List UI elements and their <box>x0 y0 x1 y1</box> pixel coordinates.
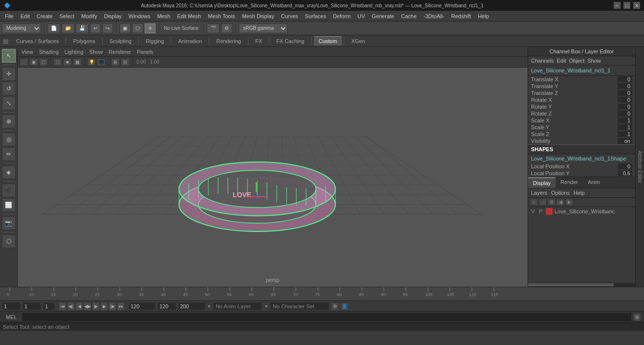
frame-range-display[interactable] <box>43 302 55 310</box>
command-input[interactable] <box>22 313 631 321</box>
menu-item-mesh[interactable]: Mesh <box>154 12 173 20</box>
tab-animation[interactable]: Animation <box>173 37 207 46</box>
cb-menu-object[interactable]: Object <box>569 58 584 64</box>
select-tool-btn[interactable]: ↖ <box>2 49 16 63</box>
layer-add-btn[interactable]: + <box>530 199 538 206</box>
dra-tab-render[interactable]: Render <box>555 177 583 188</box>
vp-menu-renderer[interactable]: Renderer <box>107 49 133 55</box>
vp-isolate-btn[interactable]: ◉ <box>29 58 38 66</box>
layer-menu-options[interactable]: Options <box>551 190 570 196</box>
tab-rigging[interactable]: Rigging <box>141 37 169 46</box>
tab-curves-surfaces[interactable]: Curves / Surfaces <box>11 37 64 46</box>
layer-row[interactable]: V P Love_Silicone_Wristbanc <box>528 207 635 216</box>
camera-btn[interactable]: 📷 <box>2 216 16 230</box>
menu-item-windows[interactable]: Windows <box>126 12 154 20</box>
attribute-editor-panel[interactable]: Attribute Editor <box>635 47 644 287</box>
vp-menu-show[interactable]: Show <box>88 49 105 55</box>
move-tool-btn[interactable]: ✛ <box>2 67 16 81</box>
step-fwd-btn[interactable]: ▶ <box>100 302 108 311</box>
soft-mod-btn[interactable]: ◎ <box>2 133 16 146</box>
layer-menu-layers[interactable]: Layers <box>531 190 547 196</box>
menu-item-curves[interactable]: Curves <box>278 12 301 20</box>
close-button[interactable]: ✕ <box>633 2 640 9</box>
select-btn[interactable]: ▣ <box>119 23 131 33</box>
menu-item-redshift[interactable]: Redshift <box>448 12 474 20</box>
dra-tab-anim[interactable]: Anim <box>583 177 605 188</box>
menu-item-help[interactable]: Help <box>475 12 492 20</box>
show-manip-btn[interactable]: ◈ <box>2 165 16 179</box>
menu-item-cache[interactable]: Cache <box>398 12 420 20</box>
char-settings-btn[interactable]: 👤 <box>341 302 349 310</box>
rotate-tool-btn[interactable]: ↺ <box>2 82 16 95</box>
current-frame-input[interactable]: 1 <box>157 302 176 310</box>
minimize-button[interactable]: ─ <box>614 2 621 9</box>
prev-key-btn[interactable]: ◀| <box>67 302 75 311</box>
status-icon-btn[interactable]: ⊞ <box>633 313 641 321</box>
render-btn[interactable]: 🎬 <box>207 23 220 33</box>
goto-start-btn[interactable]: ⏮ <box>59 302 67 311</box>
play-fwd-btn[interactable]: ▶ <box>92 302 100 311</box>
layer-left-btn[interactable]: ◀ <box>556 199 564 206</box>
new-file-btn[interactable]: 📄 <box>47 23 60 33</box>
snap-grid-btn[interactable]: ⬛ <box>2 184 16 197</box>
tab-sculpting[interactable]: Sculpting <box>105 37 136 46</box>
menu-item-mesh-tools[interactable]: Mesh Tools <box>205 12 238 20</box>
anim-settings-btn[interactable]: ⚙ <box>331 302 339 310</box>
tab-polygons[interactable]: Polygons <box>68 37 100 46</box>
viewport-canvas[interactable]: LOVE X Y Z persp <box>18 68 528 287</box>
mode-dropdown[interactable]: Modeling <box>2 23 41 33</box>
char-set-field[interactable]: No Character Set <box>270 302 329 310</box>
current-time-start[interactable]: 1 <box>2 302 21 310</box>
vp-shadow-btn[interactable]: 🌑 <box>97 58 106 66</box>
menu-item-edit-mesh[interactable]: Edit Mesh <box>174 12 204 20</box>
save-btn[interactable]: 💾 <box>76 23 89 33</box>
vp-wire-shade-btn[interactable]: ▦ <box>73 58 82 66</box>
menu-item-deform[interactable]: Deform <box>330 12 354 20</box>
vp-smooth-btn[interactable]: ■ <box>63 58 72 66</box>
layer-del-btn[interactable]: - <box>539 199 547 206</box>
vp-heads-btn[interactable]: ⊟ <box>121 58 130 66</box>
maximize-button[interactable]: □ <box>623 2 630 9</box>
menu-item-display[interactable]: Display <box>101 12 125 20</box>
icon3d-btn[interactable]: ⬡ <box>2 234 16 248</box>
vp-persp-btn[interactable]: ⬡ <box>39 58 48 66</box>
menu-item-file[interactable]: File <box>2 12 17 20</box>
scale-tool-btn[interactable]: ⤡ <box>2 96 16 110</box>
vp-menu-shading[interactable]: Shading <box>37 49 61 55</box>
menu-item-uv[interactable]: UV <box>355 12 368 20</box>
cb-menu-edit[interactable]: Edit <box>556 58 566 64</box>
tab-rendering[interactable]: Rendering <box>211 37 246 46</box>
dra-tab-display[interactable]: Display <box>528 177 555 188</box>
colorspace-dropdown[interactable]: sRGB gamma <box>239 23 288 33</box>
play-back-btn[interactable]: ◀▶ <box>84 302 91 311</box>
tab-fx[interactable]: FX <box>250 37 267 46</box>
vp-menu-lighting[interactable]: Lighting <box>63 49 86 55</box>
vp-menu-panels[interactable]: Panels <box>135 49 155 55</box>
open-btn[interactable]: 📁 <box>62 23 74 33</box>
lasso-btn[interactable]: ⬡ <box>132 23 143 33</box>
current-time-display[interactable]: 1 <box>22 302 41 310</box>
redo-btn[interactable]: ↪ <box>102 23 113 33</box>
vp-camera-btn[interactable]: 🎥 <box>20 58 28 66</box>
menu-item-mesh-display[interactable]: Mesh Display <box>239 12 277 20</box>
timeline-ruler[interactable]: 5101520253035404550556065707580859095100… <box>0 287 644 301</box>
cb-menu-show[interactable]: Show <box>587 58 601 64</box>
layer-right-btn[interactable]: ▶ <box>565 199 573 206</box>
range-end-input[interactable]: 200 <box>178 302 205 310</box>
undo-btn[interactable]: ↩ <box>90 23 101 33</box>
tab-custom[interactable]: Custom <box>314 36 342 46</box>
render-settings-btn[interactable]: ⚙ <box>221 23 232 33</box>
menu-item-select[interactable]: Select <box>57 12 78 20</box>
layer-options-btn[interactable]: ⚙ <box>548 199 555 206</box>
tab-fx-caching[interactable]: FX Caching <box>271 37 309 46</box>
menu-item-create[interactable]: Create <box>34 12 56 20</box>
layer-menu-help[interactable]: Help <box>574 190 585 196</box>
vp-light-btn[interactable]: 💡 <box>87 58 96 66</box>
menu-item-edit[interactable]: Edit <box>18 12 33 20</box>
menu-item-surfaces[interactable]: Surfaces <box>302 12 329 20</box>
menu-item-generate[interactable]: Generate <box>369 12 397 20</box>
menu-item--3dtoall-[interactable]: -3DtoAll- <box>421 12 447 20</box>
goto-end-btn[interactable]: ⏭ <box>117 302 125 311</box>
vp-menu-view[interactable]: View <box>20 49 35 55</box>
vp-wireframe-btn[interactable]: □ <box>53 58 62 66</box>
